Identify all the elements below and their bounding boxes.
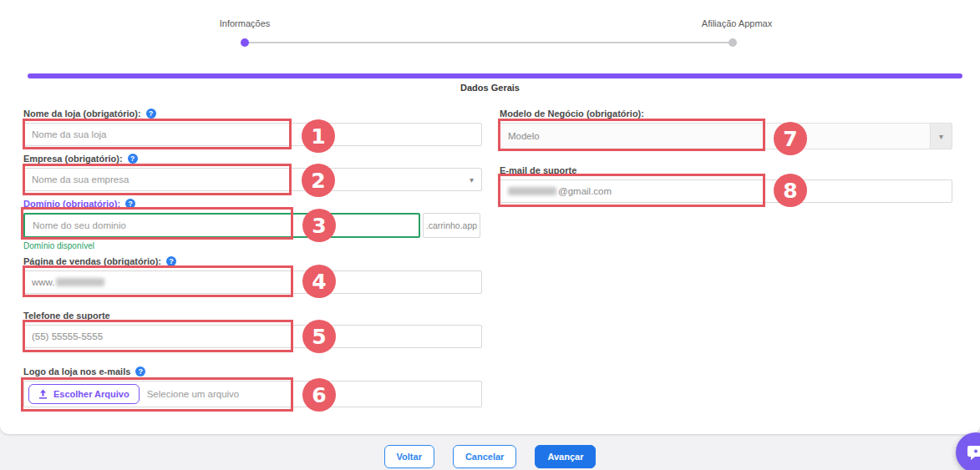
annotation-box-8 [498,174,765,207]
annotation-box-6 [21,377,293,412]
next-button[interactable]: Avançar [535,445,596,468]
annotation-badge-5: 5 [302,320,336,353]
annotation-badge-3: 3 [302,209,336,242]
help-icon[interactable]: ? [146,109,156,119]
annotation-box-3 [21,207,293,240]
chevron-down-icon: ▾ [939,132,943,141]
help-icon[interactable]: ? [135,366,145,377]
chevron-down-icon: ▾ [470,175,474,184]
footer-actions: Voltar Cancelar Avançar [0,445,980,468]
annotation-badge-2: 2 [302,164,335,197]
chat-bubble-icon [967,444,980,461]
company-label: Empresa (obrigatório): [23,154,123,164]
annotation-box-5 [23,320,293,352]
business-model-label: Modelo de Negócio (obrigatório): [500,109,644,119]
step-connector-line [249,42,729,43]
domain-suffix: .carrinho.app [423,213,480,238]
annotation-badge-6: 6 [302,378,336,412]
chat-widget-button[interactable] [956,432,980,470]
cancel-button[interactable]: Cancelar [453,445,516,468]
annotation-box-1 [23,119,292,149]
annotation-badge-1: 1 [302,119,335,153]
store-logo-label: Logo da loja nos e-mails [23,366,130,377]
accent-progress-bar [28,73,962,78]
page: Informações Afiliação Appmax Dados Gerai… [0,0,980,470]
store-name-label: Nome da loja (obrigatório): [23,109,141,119]
section-title: Dados Gerais [0,83,980,93]
back-button[interactable]: Voltar [384,445,434,468]
step-dot-active[interactable] [241,38,249,47]
annotation-badge-7: 7 [774,122,807,155]
step-afiliacao-appmax[interactable]: Afiliação Appmax [678,18,795,28]
help-icon[interactable]: ? [128,154,138,164]
annotation-box-2 [23,164,292,195]
annotation-box-4 [23,265,293,297]
domain-status: Domínio disponível [23,241,482,250]
annotation-badge-8: 8 [774,174,807,207]
step-informacoes[interactable]: Informações [186,18,303,28]
step-dot-inactive[interactable] [729,38,737,47]
annotation-box-7 [498,119,765,151]
annotation-badge-4: 4 [302,265,336,298]
